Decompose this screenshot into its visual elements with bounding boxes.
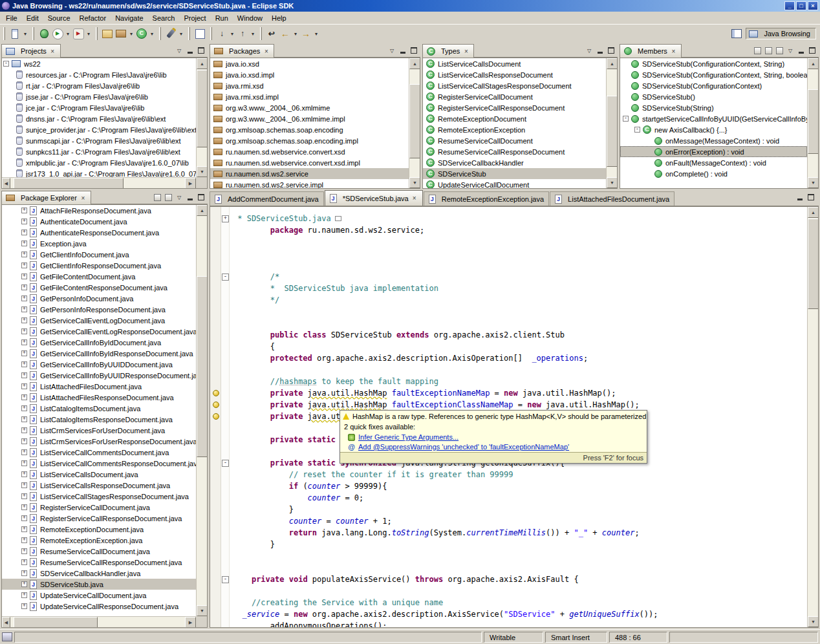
package-item[interactable]: java.io.xsd (210, 58, 409, 69)
expand-icon[interactable]: + (21, 383, 27, 389)
expand-icon[interactable]: + (21, 361, 27, 367)
package-item[interactable]: org.w3.www._2004._06.xmlmime (210, 102, 409, 113)
new-class-dropdown-icon[interactable]: ▾ (149, 27, 155, 40)
expand-icon[interactable]: + (21, 394, 27, 400)
jar-item[interactable]: jsse.jar - C:\Program Files\Java\jre6\li… (2, 91, 196, 102)
editor[interactable]: + * SDServiceStub.java package ru.naumen… (210, 206, 819, 628)
expand-icon[interactable]: + (21, 208, 27, 213)
expand-icon[interactable]: + (21, 438, 27, 444)
package-explorer-vscrollbar[interactable] (196, 205, 207, 616)
file-item[interactable]: +JException.java (2, 238, 196, 249)
expand-icon[interactable]: + (21, 306, 27, 312)
file-item[interactable]: +JResumeServiceCallResponseDocument.java (2, 557, 196, 568)
maximize-icon[interactable] (607, 47, 615, 54)
packages-tree[interactable]: java.io.xsdjava.io.xsd.impljava.rmi.xsdj… (210, 58, 409, 188)
scroll-right-icon[interactable] (185, 617, 196, 628)
window-maximize-button[interactable] (796, 1, 806, 10)
expand-icon[interactable]: + (21, 504, 27, 510)
new-class-icon[interactable] (135, 27, 148, 40)
types-tab[interactable]: C Types (422, 44, 474, 58)
expand-icon[interactable]: + (21, 339, 27, 345)
member-item[interactable]: SDServiceStub(ConfigurationContext, Stri… (620, 58, 807, 69)
window-close-button[interactable] (808, 1, 818, 10)
file-item[interactable]: +JListAttachedFilesDocument.java (2, 381, 196, 392)
scroll-up-icon[interactable] (197, 205, 208, 216)
packages-vscrollbar[interactable] (409, 58, 420, 188)
members-tab[interactable]: Members (620, 44, 682, 58)
link-with-editor-icon[interactable] (164, 193, 172, 201)
expand-icon[interactable]: + (21, 482, 27, 488)
scroll-thumb[interactable] (197, 70, 208, 147)
run-icon[interactable] (51, 27, 64, 40)
toolbar-grip[interactable] (96, 27, 98, 40)
package-explorer-tab[interactable]: Package Explorer (1, 191, 91, 204)
collapse-icon[interactable]: - (623, 116, 629, 122)
menu-refactor[interactable]: Refactor (75, 13, 111, 23)
package-item[interactable]: java.io.xsd.impl (210, 69, 409, 80)
file-item[interactable]: +JListCatalogItemsResponseDocument.java (2, 414, 196, 425)
editor-tab[interactable]: JRemoteExceptionException.java (424, 191, 549, 206)
expand-icon[interactable]: + (21, 592, 27, 598)
warning-marker-icon[interactable] (213, 390, 219, 396)
minimize-icon[interactable] (596, 47, 604, 54)
view-menu-icon[interactable] (786, 47, 794, 54)
menu-help[interactable]: Help (267, 13, 291, 23)
open-perspective-icon[interactable] (730, 27, 743, 40)
file-item[interactable]: +JListCrmServicesForUserResponseDocument… (2, 436, 196, 447)
file-item[interactable]: +JRemoteExceptionException.java (2, 535, 196, 546)
file-item[interactable]: +JAuthenticateDocument.java (2, 216, 196, 227)
toolbar-grip[interactable] (32, 27, 34, 40)
expand-icon[interactable]: + (21, 241, 27, 246)
jar-item[interactable]: jce.jar - C:\Program Files\Java\jre6\lib (2, 102, 196, 113)
run-dropdown-icon[interactable]: ▾ (65, 27, 71, 40)
hide-fields-icon[interactable] (764, 47, 772, 54)
sort-icon[interactable] (753, 47, 761, 54)
last-edit-location-icon[interactable]: ↩ (265, 27, 278, 40)
file-item[interactable]: +JRemoteExceptionDocument.java (2, 524, 196, 535)
file-item[interactable]: +JUpdateServiceCallDocument.java (2, 590, 196, 601)
scroll-thumb[interactable] (808, 89, 819, 154)
type-item[interactable]: CRegisterServiceCallResponseDocument (423, 102, 606, 113)
packages-tab[interactable]: Packages (210, 44, 274, 58)
expand-icon[interactable]: + (21, 427, 27, 433)
file-item[interactable]: +JGetServiceCallInfoByUUIDResponseDocume… (2, 370, 196, 381)
search-dropdown-icon[interactable]: ▾ (178, 27, 184, 40)
file-item[interactable]: +JGetServiceCallInfoByIdResponseDocument… (2, 348, 196, 359)
type-item[interactable]: CListServiceCallsDocument (423, 58, 606, 69)
file-item[interactable]: +JGetPersonInfoDocument.java (2, 293, 196, 304)
file-item[interactable]: +JGetClientInfoResponseDocument.java (2, 260, 196, 271)
view-menu-icon[interactable] (585, 47, 593, 54)
collapse-icon[interactable]: - (634, 127, 640, 133)
quickfix-link[interactable]: Add @SuppressWarnings 'unchecked' to 'fa… (358, 443, 569, 451)
expand-icon[interactable]: + (21, 372, 27, 378)
scroll-thumb[interactable] (409, 84, 420, 158)
close-icon[interactable] (462, 48, 469, 55)
expand-icon[interactable]: + (21, 581, 27, 587)
projects-hscrollbar[interactable] (2, 177, 196, 188)
window-minimize-button[interactable] (784, 1, 795, 10)
new-java-project-icon[interactable] (101, 27, 114, 40)
next-annotation-icon[interactable]: ↓ (215, 27, 228, 40)
maximize-icon[interactable] (807, 193, 815, 201)
java-browsing-perspective-button[interactable]: Java Browsing (746, 28, 816, 39)
file-item[interactable]: +JGetClientInfoDocument.java (2, 249, 196, 260)
expand-icon[interactable]: + (21, 559, 27, 565)
type-item[interactable]: CResumeServiceCallDocument (423, 135, 606, 146)
scroll-left-icon[interactable] (2, 617, 10, 628)
fold-collapse-icon[interactable]: - (222, 576, 229, 583)
scroll-up-icon[interactable] (808, 207, 819, 218)
toolbar-grip[interactable] (210, 27, 212, 40)
minimize-icon[interactable] (399, 47, 407, 54)
editor-tab[interactable]: J*SDServiceStub.java (325, 190, 423, 206)
next-annotation-dropdown-icon[interactable]: ▾ (229, 27, 235, 40)
expand-icon[interactable]: + (21, 460, 27, 466)
quickfix-link[interactable]: Infer Generic Type Arguments... (358, 433, 459, 441)
menu-search[interactable]: Search (148, 13, 180, 23)
scroll-down-icon[interactable] (808, 177, 819, 188)
new-package-icon[interactable] (114, 27, 127, 40)
package-item[interactable]: ru.naumen.sd.webservice.convert.xsd.impl (210, 157, 409, 168)
menu-window[interactable]: Window (233, 13, 267, 23)
editor-tab[interactable]: JListAttachedFilesDocument.java (550, 191, 674, 206)
menu-source[interactable]: Source (43, 13, 75, 23)
types-tree[interactable]: CListServiceCallsDocumentCListServiceCal… (423, 58, 606, 188)
